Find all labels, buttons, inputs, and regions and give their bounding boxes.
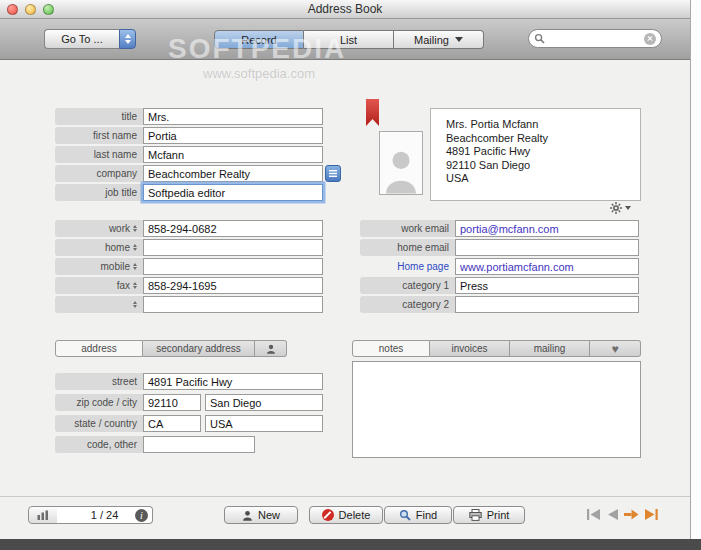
home-page-field[interactable]: [455, 258, 639, 275]
tab-mailing-notes[interactable]: mailing: [510, 340, 590, 357]
job-title-label: job title: [55, 184, 143, 201]
print-button-label: Print: [487, 509, 510, 521]
first-name-field[interactable]: [143, 127, 323, 144]
zip-field[interactable]: [143, 394, 201, 411]
goto-button[interactable]: Go To ...: [44, 29, 119, 49]
street-label: street: [55, 373, 143, 390]
address-tabs: address secondary address: [55, 340, 323, 357]
goto-control: Go To ...: [44, 29, 136, 49]
find-button[interactable]: Find: [384, 506, 452, 524]
code-other-label: code, other: [55, 436, 143, 453]
tab-favorites[interactable]: [590, 340, 641, 357]
company-field[interactable]: [143, 165, 323, 182]
tab-notes[interactable]: notes: [352, 340, 430, 357]
next-record-icon[interactable]: [624, 509, 639, 520]
category-2-field[interactable]: [455, 296, 639, 313]
address-book-window: Address Book Go To ... Record List Maili…: [0, 0, 691, 539]
tab-contact-person[interactable]: [255, 340, 287, 357]
status-bar: 1 / 24 New Delete Find Print: [0, 496, 690, 539]
delete-button[interactable]: Delete: [309, 506, 383, 524]
card-line: 92110 San Diego: [446, 159, 640, 173]
watermark-url: www.softpedia.com: [203, 66, 315, 81]
form-row: mobile: [55, 258, 323, 275]
work-phone-label-text: work: [109, 223, 130, 234]
form-row: category 2: [360, 296, 639, 313]
contact-photo[interactable]: [379, 131, 423, 195]
view-segmented-control: Record List Mailing: [214, 30, 484, 49]
info-icon[interactable]: [135, 509, 148, 522]
last-name-label: last name: [55, 146, 143, 163]
form-row: home: [55, 239, 323, 256]
extra-phone-field[interactable]: [143, 296, 323, 313]
state-field[interactable]: [143, 415, 201, 432]
print-button[interactable]: Print: [453, 506, 525, 524]
notes-textarea[interactable]: [352, 361, 641, 458]
home-phone-field[interactable]: [143, 239, 323, 256]
phone-type-stepper-icon[interactable]: [133, 244, 137, 251]
title-field[interactable]: [143, 108, 323, 125]
card-actions-menu[interactable]: [610, 202, 631, 214]
tab-record[interactable]: Record: [214, 30, 304, 49]
form-row: work: [55, 220, 323, 237]
bookmark-flag-icon: [366, 99, 379, 126]
code-other-field[interactable]: [143, 436, 255, 453]
card-line: Mrs. Portia Mcfann: [446, 118, 640, 132]
tab-invoices[interactable]: invoices: [430, 340, 510, 357]
fax-field[interactable]: [143, 277, 323, 294]
identity-group: title first name last name company job t…: [55, 108, 341, 201]
magnifier-icon: [399, 509, 411, 521]
gear-icon: [610, 202, 622, 214]
notes-group: notes invoices mailing: [352, 340, 641, 458]
category-1-label: category 1: [360, 277, 455, 294]
window-title: Address Book: [0, 2, 690, 16]
clear-search-icon[interactable]: [644, 33, 656, 45]
phone-type-stepper-icon[interactable]: [133, 263, 137, 270]
search-icon: [534, 33, 545, 44]
state-country-label: state / country: [55, 415, 143, 432]
category-1-field[interactable]: [455, 277, 639, 294]
notes-tabs: notes invoices mailing: [352, 340, 641, 357]
phone-type-stepper-icon[interactable]: [133, 282, 137, 289]
title-bar: Address Book: [0, 0, 690, 19]
zip-city-label: zip code / city: [55, 394, 143, 411]
form-row: first name: [55, 127, 341, 144]
record-counter-text: 1 / 24: [91, 509, 119, 521]
new-button[interactable]: New: [224, 506, 298, 524]
phone-type-stepper-icon[interactable]: [133, 225, 137, 232]
company-lookup-icon[interactable]: [325, 165, 341, 182]
work-email-field[interactable]: [455, 220, 639, 237]
fax-label-text: fax: [117, 280, 130, 291]
tab-mailing[interactable]: Mailing: [394, 30, 484, 49]
form-row: state / country: [55, 415, 323, 432]
fax-label: fax: [55, 277, 143, 294]
search-input[interactable]: [549, 33, 640, 45]
phone-type-stepper-icon[interactable]: [133, 301, 137, 308]
extra-phone-label: [55, 296, 143, 313]
last-name-field[interactable]: [143, 146, 323, 163]
form-row: work email: [360, 220, 639, 237]
home-page-link[interactable]: Home page: [360, 258, 455, 275]
tab-secondary-address[interactable]: secondary address: [143, 340, 255, 357]
home-phone-label-text: home: [105, 242, 130, 253]
tab-address[interactable]: address: [55, 340, 143, 357]
job-title-field[interactable]: [143, 184, 323, 201]
new-button-label: New: [258, 509, 280, 521]
contact-summary-card: Mrs. Portia Mcfann Beachcomber Realty 48…: [430, 108, 641, 201]
previous-record-icon[interactable]: [606, 509, 619, 520]
first-record-icon[interactable]: [586, 509, 601, 520]
home-phone-label: home: [55, 239, 143, 256]
goto-stepper-icon[interactable]: [119, 29, 136, 49]
title-label: title: [55, 108, 143, 125]
form-row: [55, 296, 323, 313]
person-icon: [266, 344, 276, 354]
statistics-button[interactable]: [28, 506, 58, 524]
last-record-icon[interactable]: [644, 509, 659, 520]
city-field[interactable]: [205, 394, 323, 411]
mobile-phone-field[interactable]: [143, 258, 323, 275]
tab-list[interactable]: List: [304, 30, 394, 49]
contact-group: work email home email Home page category…: [360, 220, 639, 313]
country-field[interactable]: [205, 415, 323, 432]
work-phone-field[interactable]: [143, 220, 323, 237]
home-email-field[interactable]: [455, 239, 639, 256]
street-field[interactable]: [143, 373, 323, 390]
